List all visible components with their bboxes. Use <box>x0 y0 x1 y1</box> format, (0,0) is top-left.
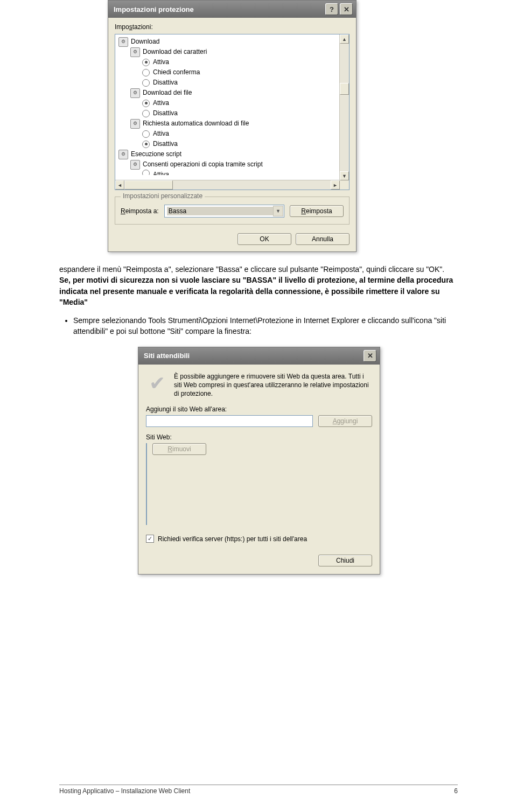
category-icon: ⚙ <box>118 150 128 159</box>
scroll-left-icon[interactable]: ◄ <box>115 180 124 190</box>
radio-icon[interactable] <box>142 59 150 66</box>
radio-icon[interactable] <box>142 79 150 87</box>
tree-radio-option[interactable]: Chiedi conferma <box>118 67 348 78</box>
scroll-thumb[interactable] <box>340 83 349 95</box>
scroll-down-icon[interactable]: ▼ <box>340 171 349 180</box>
tree-radio-option[interactable]: Attiva <box>118 57 348 67</box>
category-icon: ⚙ <box>130 119 140 129</box>
vertical-scrollbar[interactable]: ▲ ▼ <box>339 34 349 180</box>
tree-item-label: Download <box>131 37 159 47</box>
tree-item-label: Disattiva <box>153 78 178 88</box>
scroll-right-icon[interactable]: ► <box>331 180 340 190</box>
instruction-bullet: Sempre selezionando Tools Strumenti\Opzi… <box>73 315 458 337</box>
footer-left: Hosting Applicativo – Installazione Web … <box>59 787 190 795</box>
chevron-down-icon[interactable]: ▼ <box>273 206 283 216</box>
close-icon[interactable]: ✕ <box>340 3 353 15</box>
tree-item-label: Disattiva <box>153 108 178 118</box>
category-icon: ⚙ <box>118 37 128 47</box>
tree-radio-option[interactable]: Disattiva <box>118 139 348 149</box>
ok-button[interactable]: OK <box>237 233 291 245</box>
tree-item-label: Attiva <box>153 57 169 67</box>
close-icon[interactable]: ✕ <box>364 350 376 362</box>
reset-label: Reimposta a: <box>121 207 159 215</box>
tree-category: ⚙Download dei caratteri <box>118 47 348 57</box>
tree-item-label: Attiva <box>153 170 169 175</box>
dialog-title: Siti attendibili <box>144 352 190 360</box>
close-button[interactable]: Chiudi <box>318 555 372 566</box>
tree-radio-option[interactable]: Attiva <box>118 170 348 175</box>
tree-category: ⚙Consenti operazioni di copia tramite sc… <box>118 159 348 170</box>
page-footer: Hosting Applicativo – Installazione Web … <box>59 785 458 795</box>
tree-category: ⚙Richiesta automatica download di file <box>118 118 348 129</box>
category-icon: ⚙ <box>130 47 140 57</box>
tree-item-label: Consenti operazioni di copia tramite scr… <box>143 159 263 170</box>
tree-radio-option[interactable]: Disattiva <box>118 78 348 88</box>
tree-item-label: Download dei caratteri <box>143 47 207 57</box>
reset-level-combobox[interactable]: Bassa ▼ <box>164 205 284 218</box>
scroll-thumb-h[interactable] <box>124 180 173 190</box>
dialog-titlebar: Impostazioni protezione ? ✕ <box>108 1 356 18</box>
checkmark-icon: ✔ <box>146 372 169 395</box>
tree-category: ⚙Download <box>118 37 348 47</box>
settings-label: Impostazioni: <box>115 23 350 31</box>
radio-icon[interactable] <box>142 69 150 76</box>
custom-settings-group: Impostazioni personalizzate Reimposta a:… <box>115 197 350 225</box>
tree-item-label: Disattiva <box>153 139 178 149</box>
dialog-title: Impostazioni protezione <box>114 5 194 13</box>
dialog-titlebar: Siti attendibili ✕ <box>138 347 380 365</box>
radio-icon[interactable] <box>142 170 150 175</box>
tree-category: ⚙Download dei file <box>118 88 348 98</box>
radio-icon[interactable] <box>142 141 150 148</box>
remove-button[interactable]: Rimuovi <box>152 443 206 455</box>
custom-settings-legend: Impostazioni personalizzate <box>121 192 205 200</box>
tree-item-label: Esecuzione script <box>131 149 181 159</box>
add-button[interactable]: Aggiungi <box>318 415 372 427</box>
help-icon[interactable]: ? <box>325 3 338 15</box>
scroll-corner <box>340 180 349 190</box>
tree-radio-option[interactable]: Attiva <box>118 98 348 108</box>
radio-icon[interactable] <box>142 100 150 107</box>
tree-item-label: Attiva <box>153 129 169 139</box>
trusted-sites-dialog: Siti attendibili ✕ ✔ È possibile aggiung… <box>138 347 380 575</box>
reset-button[interactable]: Reimposta <box>290 205 344 217</box>
reset-level-value: Bassa <box>167 207 282 215</box>
cancel-button[interactable]: Annulla <box>296 233 350 245</box>
sites-list-label: Siti Web: <box>146 433 372 441</box>
category-icon: ⚙ <box>130 88 140 98</box>
require-https-label: Richiedi verifica server (https:) per tu… <box>158 535 307 543</box>
tree-radio-option[interactable]: Attiva <box>118 129 348 139</box>
tree-item-label: Richiesta automatica download di file <box>143 118 249 129</box>
document-body-text: espandere il menù "Reimposta a", selezio… <box>0 264 517 337</box>
tree-item-label: Chiedi conferma <box>153 67 200 78</box>
radio-icon[interactable] <box>142 110 150 117</box>
require-https-checkbox[interactable]: ✓ <box>146 535 154 543</box>
sites-listbox[interactable] <box>146 443 147 525</box>
settings-tree[interactable]: ⚙Download⚙Download dei caratteriAttivaCh… <box>115 34 350 190</box>
add-site-input[interactable] <box>146 415 313 427</box>
add-site-label: Aggiungi il sito Web all'area: <box>146 405 372 413</box>
tree-radio-option[interactable]: Disattiva <box>118 108 348 118</box>
intro-text: È possibile aggiungere e rimuovere siti … <box>174 372 372 398</box>
tree-item-label: Download dei file <box>143 88 192 98</box>
tree-category: ⚙Esecuzione script <box>118 149 348 159</box>
tree-item-label: Attiva <box>153 98 169 108</box>
footer-page-number: 6 <box>454 787 458 795</box>
category-icon: ⚙ <box>130 160 140 170</box>
scroll-up-icon[interactable]: ▲ <box>340 34 349 44</box>
security-settings-dialog: Impostazioni protezione ? ✕ Impostazioni… <box>108 0 357 252</box>
radio-icon[interactable] <box>142 130 150 138</box>
